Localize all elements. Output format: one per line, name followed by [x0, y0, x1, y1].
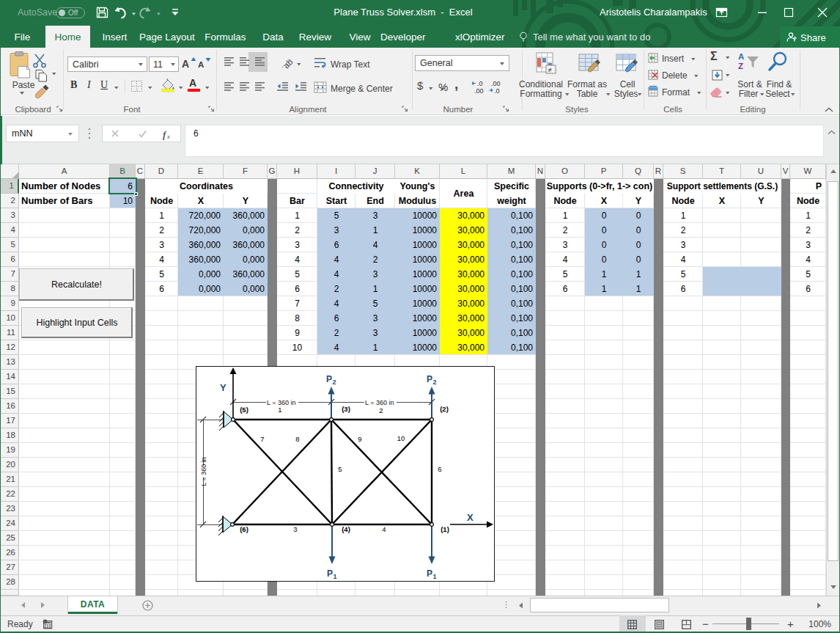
svg-text:8: 8: [295, 435, 299, 443]
svg-text:9: 9: [358, 435, 361, 443]
svg-text:ab: ab: [281, 57, 295, 70]
svg-text:L = 360 in: L = 360 in: [267, 399, 295, 406]
svg-text:3: 3: [293, 525, 297, 533]
svg-text:P: P: [427, 374, 432, 384]
svg-text:P: P: [427, 568, 432, 579]
svg-text:Y: Y: [220, 382, 226, 393]
svg-text:Z: Z: [738, 62, 743, 70]
svg-text:A: A: [738, 52, 744, 61]
svg-text:x: x: [166, 133, 170, 140]
svg-text:(2): (2): [440, 405, 449, 413]
svg-text:(3): (3): [342, 405, 350, 413]
svg-text:.0: .0: [494, 87, 500, 95]
svg-text:.00: .00: [491, 80, 501, 87]
svg-text:2: 2: [433, 378, 437, 386]
svg-text:L = 360 in: L = 360 in: [365, 399, 394, 406]
svg-text:2: 2: [379, 406, 383, 414]
svg-text:1: 1: [334, 573, 337, 580]
svg-text:6: 6: [438, 465, 441, 473]
svg-text:.0: .0: [477, 80, 483, 87]
svg-text:2: 2: [333, 378, 336, 386]
svg-text:10: 10: [397, 434, 405, 442]
svg-text:(4): (4): [342, 525, 350, 533]
svg-text:.00: .00: [474, 87, 484, 95]
svg-text:7: 7: [260, 435, 264, 443]
svg-text:1: 1: [433, 573, 437, 580]
svg-text:(6): (6): [240, 525, 248, 533]
svg-text:X: X: [467, 512, 474, 523]
svg-text:4: 4: [382, 525, 386, 533]
svg-text:(5): (5): [240, 406, 248, 414]
svg-text:P: P: [327, 568, 333, 579]
svg-text:P: P: [326, 374, 332, 384]
svg-text:5: 5: [338, 465, 342, 473]
svg-text:1: 1: [278, 406, 281, 414]
svg-text:L = 360 in: L = 360 in: [200, 457, 207, 486]
svg-text:≠: ≠: [548, 66, 553, 74]
svg-text:(1): (1): [441, 525, 449, 533]
